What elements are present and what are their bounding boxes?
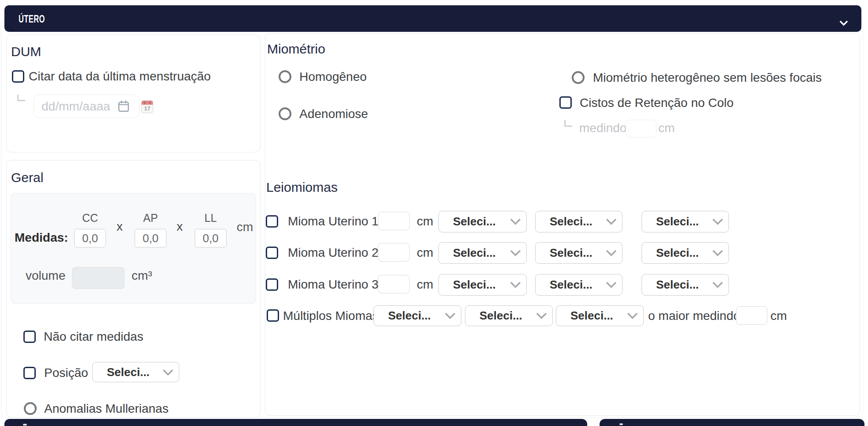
select-value: Seleci... <box>453 278 496 292</box>
heterogeneo-label: Miométrio heterogêneo sem lesões focais <box>593 72 822 84</box>
mioma-3-select-3[interactable]: Seleci... <box>642 274 729 296</box>
mioma-3-select-2[interactable]: Seleci... <box>535 274 623 296</box>
select-value: Seleci... <box>656 246 699 260</box>
mullerian-anomalies-radio[interactable] <box>24 402 37 415</box>
mioma-3-select-1[interactable]: Seleci... <box>438 274 527 296</box>
medidas-label: Medidas: <box>15 232 68 244</box>
mioma-2-label: Mioma Uterino 2 <box>288 247 378 259</box>
volume-unit-label: cm³ <box>132 270 152 282</box>
mioma-2-select-2[interactable]: Seleci... <box>535 242 623 264</box>
select-value: Seleci... <box>656 215 699 228</box>
dim-ap-label: AP <box>135 213 166 224</box>
miometrio-heading: Miométrio <box>267 42 325 57</box>
multiplos-select-1[interactable]: Seleci... <box>374 305 461 326</box>
chevron-down-icon <box>606 246 616 256</box>
measures-box <box>11 193 256 304</box>
measuring-input[interactable] <box>626 120 657 137</box>
chevron-down-icon <box>536 308 547 319</box>
multiplos-select-3[interactable]: Seleci... <box>556 305 644 326</box>
mioma-1-checkbox[interactable] <box>266 215 278 228</box>
chevron-down-icon <box>445 308 455 319</box>
ap-input[interactable] <box>135 229 166 247</box>
mioma-2-unit-label: cm <box>417 247 433 259</box>
mioma-2-select-3[interactable]: Seleci... <box>642 242 729 264</box>
chevron-down-icon <box>627 308 638 319</box>
position-select[interactable]: Seleci... <box>92 362 179 382</box>
mioma-2-select-1[interactable]: Seleci... <box>438 242 527 264</box>
calendar-emoji-day: 17 <box>142 105 153 112</box>
calendar-emoji-band <box>142 101 153 105</box>
calendar-emoji-icon[interactable]: 17 <box>141 100 153 113</box>
utero-section-header[interactable]: ÚTERO <box>4 5 861 32</box>
no-measures-checkbox[interactable] <box>23 331 36 343</box>
chevron-down-icon <box>712 246 723 256</box>
chevron-down-icon[interactable] <box>839 17 848 26</box>
next-section-header-left[interactable] <box>4 419 587 426</box>
select-value: Seleci... <box>453 215 496 228</box>
measures-unit-label: cm <box>237 221 253 233</box>
position-checkbox[interactable] <box>23 367 36 379</box>
mioma-1-select-1[interactable]: Seleci... <box>438 211 527 232</box>
select-value: Seleci... <box>550 246 593 260</box>
select-value: Seleci... <box>453 246 496 260</box>
position-label: Posição <box>44 367 88 379</box>
multiplos-select-2[interactable]: Seleci... <box>465 305 553 326</box>
select-value: Seleci... <box>656 278 699 292</box>
partial-title-accent <box>23 424 27 426</box>
partial-title-accent <box>619 423 623 425</box>
mioma-3-size-input[interactable] <box>378 275 410 293</box>
volume-label: volume <box>26 270 65 282</box>
mioma-2-size-input[interactable] <box>378 243 410 262</box>
ll-input[interactable] <box>195 229 226 247</box>
next-section-header-right[interactable] <box>600 419 864 426</box>
mioma-1-select-2[interactable]: Seleci... <box>535 211 623 232</box>
utero-section-title: ÚTERO <box>19 13 45 25</box>
times-separator-2: x <box>177 221 183 233</box>
chevron-down-icon <box>510 278 521 288</box>
retention-cysts-checkbox[interactable] <box>559 96 572 109</box>
chevron-down-icon <box>606 278 616 288</box>
cc-input[interactable] <box>74 229 106 247</box>
largest-measuring-label: o maior medindo <box>648 310 740 322</box>
largest-unit-label: cm <box>770 310 787 322</box>
dum-heading: DUM <box>11 44 41 59</box>
multiplos-miomas-checkbox[interactable] <box>267 309 279 322</box>
mullerian-anomalies-label: Anomalias Mullerianas <box>44 403 169 415</box>
select-value: Seleci... <box>550 278 593 292</box>
chevron-down-icon <box>712 278 723 288</box>
mioma-1-select-3[interactable]: Seleci... <box>642 211 729 232</box>
homogeneo-radio[interactable] <box>279 70 291 83</box>
geral-heading: Geral <box>11 170 43 185</box>
select-value: Seleci... <box>570 309 613 323</box>
retention-cysts-label: Cistos de Retenção no Colo <box>580 97 734 109</box>
leiomiomas-heading: Leiomiomas <box>266 180 338 195</box>
multiplos-miomas-label: Múltiplos Miomas <box>283 310 378 322</box>
calendar-icon[interactable] <box>118 100 129 113</box>
cite-lmp-label: Citar data da última menstruação <box>29 70 211 83</box>
utero-form-screen: ÚTERO DUM Citar data da última menstruaç… <box>0 0 868 426</box>
chevron-down-icon <box>162 365 173 376</box>
adenomiose-radio[interactable] <box>279 107 291 120</box>
chevron-down-icon <box>712 214 723 225</box>
mioma-1-size-input[interactable] <box>378 212 410 230</box>
mioma-1-unit-label: cm <box>417 215 433 228</box>
dum-card <box>6 34 260 152</box>
cite-lmp-checkbox[interactable] <box>12 70 24 83</box>
largest-size-input[interactable] <box>736 306 767 325</box>
volume-input <box>72 267 125 289</box>
chevron-down-icon <box>510 246 521 256</box>
dim-ll-label: LL <box>195 213 226 224</box>
measuring-label: medindo <box>579 122 626 134</box>
heterogeneo-radio[interactable] <box>572 71 585 84</box>
indent-corner-icon <box>17 95 25 101</box>
mioma-3-unit-label: cm <box>417 278 433 291</box>
indent-corner-icon <box>564 120 572 127</box>
select-value: Seleci... <box>479 309 522 323</box>
select-value: Seleci... <box>550 215 593 228</box>
mioma-2-checkbox[interactable] <box>266 247 278 259</box>
mioma-3-label: Mioma Uterino 3 <box>288 278 378 291</box>
dim-cc-label: CC <box>74 213 106 224</box>
no-measures-label: Não citar medidas <box>44 331 143 343</box>
mioma-3-checkbox[interactable] <box>266 278 278 291</box>
homogeneo-label: Homogêneo <box>299 71 367 83</box>
